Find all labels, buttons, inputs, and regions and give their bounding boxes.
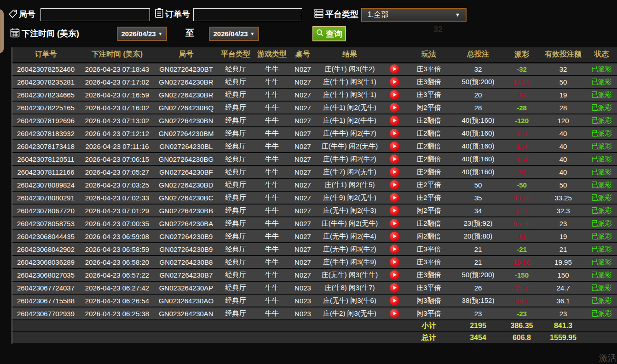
cell-valid: 50 bbox=[540, 178, 586, 191]
table-row: 2604230677029392026-04-23 06:25:38GN0232… bbox=[12, 307, 617, 320]
cell-game: 牛牛 bbox=[254, 281, 290, 294]
cell-table: N027 bbox=[290, 88, 316, 101]
table-row: 2604230680444352026-04-23 06:59:08GN0272… bbox=[12, 230, 617, 243]
replay-video-button[interactable] bbox=[390, 167, 399, 177]
subtotal-row-spacer bbox=[12, 320, 405, 332]
cell-valid: 40 bbox=[540, 153, 586, 165]
cell-order: 260423068027035 bbox=[12, 268, 79, 281]
cell-valid: 150 bbox=[540, 268, 586, 281]
replay-video-button[interactable] bbox=[390, 219, 399, 228]
cell-time: 2026-04-23 07:16:59 bbox=[79, 88, 155, 101]
total-row-valid-bet: 1559.95 bbox=[540, 332, 586, 344]
replay-video-button[interactable] bbox=[390, 206, 399, 216]
cell-game: 牛牛 bbox=[254, 204, 290, 217]
cell-result: 庄(无牛) 闲3(牛2) bbox=[316, 243, 384, 256]
cell-result: 庄(牛牛) 闲2(无牛) bbox=[316, 140, 384, 153]
replay-video-button[interactable] bbox=[390, 103, 399, 113]
cell-play bbox=[384, 178, 405, 191]
cell-time: 2026-04-23 07:00:35 bbox=[79, 217, 155, 230]
replay-video-button[interactable] bbox=[390, 116, 399, 125]
column-header: 状态 bbox=[586, 47, 617, 63]
replay-video-button[interactable] bbox=[390, 296, 399, 306]
cell-status: 已派彩 bbox=[586, 191, 617, 204]
table-row: 2604230780898242026-04-23 07:03:25GN0272… bbox=[12, 178, 617, 191]
table-row: 2604230680429022026-04-23 06:58:59GN0272… bbox=[12, 243, 617, 256]
order-number-input[interactable] bbox=[193, 8, 302, 21]
replay-video-button[interactable] bbox=[390, 245, 399, 254]
cell-method: 庄3平倍 bbox=[405, 88, 453, 101]
cell-valid: 28 bbox=[540, 101, 586, 114]
replay-video-button[interactable] bbox=[390, 257, 399, 267]
table-row: 2604230680362892026-04-23 06:58:20GN0272… bbox=[12, 256, 617, 268]
column-header: 游戏类型 bbox=[254, 47, 290, 63]
cell-play bbox=[384, 204, 405, 217]
cell-platform: 经典厅 bbox=[217, 153, 254, 165]
subtotal-row-payout: 386.35 bbox=[503, 320, 540, 332]
replay-video-button[interactable] bbox=[390, 64, 399, 74]
cell-valid: 19 bbox=[540, 230, 586, 243]
cell-result: 庄(牛9) 闲2(无牛) bbox=[316, 191, 384, 204]
cell-method: 庄3平倍 bbox=[405, 63, 453, 75]
cell-bet: 34 bbox=[453, 204, 503, 217]
replay-video-button[interactable] bbox=[390, 232, 399, 241]
subtotal-row: 小计2195386.35841.3 bbox=[12, 320, 617, 332]
cell-order: 260423078225165 bbox=[12, 101, 79, 114]
bet-time-filter-label: 下注时间 (美东) bbox=[22, 28, 79, 39]
cell-valid: 24.7 bbox=[540, 281, 586, 294]
cell-game: 牛牛 bbox=[254, 243, 290, 256]
replay-video-button[interactable] bbox=[390, 142, 399, 151]
cell-play bbox=[384, 230, 405, 243]
cell-order: 260423078192696 bbox=[12, 114, 79, 127]
cell-valid: 32.3 bbox=[540, 204, 586, 217]
cell-time: 2026-04-23 06:27:42 bbox=[79, 281, 155, 294]
cell-valid: 19.95 bbox=[540, 256, 586, 268]
replay-video-button[interactable] bbox=[390, 154, 399, 164]
date-to-picker[interactable]: 2026/04/23▼ bbox=[209, 27, 259, 41]
chevron-down-icon: ▼ bbox=[455, 12, 460, 17]
cell-round: GN023264230AN bbox=[155, 307, 217, 320]
cell-play bbox=[384, 153, 405, 165]
platform-type-label: 平台类型 bbox=[325, 9, 358, 19]
replay-video-button[interactable] bbox=[390, 270, 399, 280]
cell-bet: 26 bbox=[453, 281, 503, 294]
cell-bet: 40(预:160) bbox=[453, 114, 503, 127]
search-button[interactable]: 查询 bbox=[312, 26, 346, 41]
cell-order: 260423067702939 bbox=[12, 307, 79, 320]
platform-type-select[interactable]: 1.全部 ▼ bbox=[361, 8, 467, 22]
cell-bet: 50(预:200) bbox=[453, 75, 503, 88]
cell-result: 庄(牛牛) 闲2(无牛) bbox=[316, 217, 384, 230]
table-row: 2604230781839322026-04-23 07:12:12GN0272… bbox=[12, 127, 617, 140]
table-row: 2604230782251652026-04-23 07:16:02GN0272… bbox=[12, 101, 617, 114]
replay-video-button[interactable] bbox=[390, 309, 399, 318]
cell-game: 牛牛 bbox=[254, 294, 290, 307]
cell-status: 已派彩 bbox=[586, 294, 617, 307]
cell-platform: 经典厅 bbox=[217, 243, 254, 256]
cell-order: 260423078067720 bbox=[12, 204, 79, 217]
cell-status: 已派彩 bbox=[586, 256, 617, 268]
round-number-input[interactable] bbox=[40, 8, 150, 21]
replay-video-button[interactable] bbox=[390, 193, 399, 203]
replay-video-button[interactable] bbox=[390, 180, 399, 190]
chevron-down-icon: ▼ bbox=[158, 31, 163, 36]
cell-table: N027 bbox=[290, 114, 316, 127]
date-from-picker[interactable]: 2026/04/23▼ bbox=[117, 27, 167, 41]
table-row: 2604230677240372026-04-23 06:27:42GN0232… bbox=[12, 281, 617, 294]
cell-order: 260423078120511 bbox=[12, 153, 79, 165]
total-row-label: 总计 bbox=[405, 332, 453, 344]
replay-video-button[interactable] bbox=[390, 77, 399, 87]
cell-method: 闲2平倍 bbox=[405, 204, 453, 217]
cell-result: 庄(牛1) 闲2(牛牛) bbox=[316, 114, 384, 127]
cell-platform: 经典厅 bbox=[217, 204, 254, 217]
cell-table: N023 bbox=[290, 307, 316, 320]
cell-game: 牛牛 bbox=[254, 307, 290, 320]
replay-video-button[interactable] bbox=[390, 283, 399, 293]
table-row: 2604230781734182026-04-23 07:11:16GN0272… bbox=[12, 140, 617, 153]
cell-game: 牛牛 bbox=[254, 256, 290, 268]
cell-platform: 经典厅 bbox=[217, 114, 254, 127]
replay-video-button[interactable] bbox=[390, 90, 399, 100]
cell-order: 260423078058753 bbox=[12, 217, 79, 230]
replay-video-button[interactable] bbox=[390, 129, 399, 138]
cell-payout: 114 bbox=[503, 140, 540, 153]
cell-payout: 142.5 bbox=[503, 75, 540, 88]
cell-status: 已派彩 bbox=[586, 153, 617, 165]
